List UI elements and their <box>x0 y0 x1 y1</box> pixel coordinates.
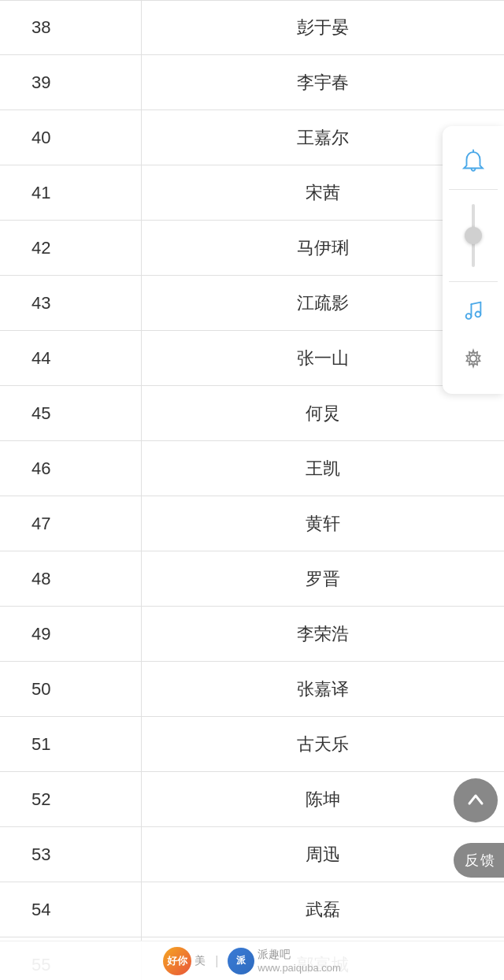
row-index: 50 <box>0 662 142 716</box>
pipe-divider: | <box>215 954 218 968</box>
row-index: 45 <box>0 386 142 440</box>
row-name: 彭于晏 <box>142 16 504 39</box>
row-index: 39 <box>0 55 142 110</box>
watermark-bar: 好你 美 | 派 派趣吧 www.paiquba.com <box>0 941 504 980</box>
table-row: 52陈坤 <box>0 772 504 827</box>
watermark-logo: 好你 美 <box>163 947 206 975</box>
feedback-label: 反馈 <box>465 852 496 868</box>
row-name: 黄轩 <box>142 512 504 536</box>
row-index: 48 <box>0 551 142 606</box>
row-name: 周迅 <box>142 843 504 867</box>
watermark-url: www.paiquba.com <box>258 962 341 974</box>
row-index: 47 <box>0 496 142 551</box>
music-icon[interactable] <box>443 285 504 334</box>
row-name: 李宇春 <box>142 71 504 95</box>
table-row: 44张一山 <box>0 331 504 386</box>
table-row: 42马伊琍 <box>0 221 504 276</box>
row-name: 罗晋 <box>142 567 504 591</box>
row-name: 张嘉译 <box>142 677 504 701</box>
row-name: 王凯 <box>142 457 504 481</box>
row-name: 李荣浩 <box>142 622 504 646</box>
svg-point-6 <box>470 355 477 362</box>
back-to-top-button[interactable] <box>454 778 498 822</box>
table-row: 46王凯 <box>0 441 504 496</box>
row-index: 46 <box>0 441 142 496</box>
table-row: 49李荣浩 <box>0 607 504 662</box>
row-index: 54 <box>0 882 142 937</box>
divider-1 <box>449 189 498 190</box>
svg-point-1 <box>466 314 472 319</box>
table-row: 43江疏影 <box>0 276 504 331</box>
table-row: 39李宇春 <box>0 55 504 110</box>
logo-text-beauty: 美 <box>195 954 206 968</box>
row-index: 41 <box>0 165 142 220</box>
divider-2 <box>449 281 498 282</box>
svg-line-5 <box>471 303 480 305</box>
scroll-thumb[interactable] <box>465 227 482 244</box>
row-name: 古天乐 <box>142 733 504 756</box>
settings-icon[interactable] <box>443 334 504 383</box>
table-row: 47黄轩 <box>0 496 504 551</box>
row-index: 43 <box>0 276 142 330</box>
row-index: 40 <box>0 110 142 165</box>
table-row: 40王嘉尔 <box>0 110 504 165</box>
side-panel <box>443 126 504 394</box>
scroll-track[interactable] <box>472 204 475 267</box>
row-index: 38 <box>0 1 142 54</box>
svg-point-2 <box>476 312 481 317</box>
table-row: 54武磊 <box>0 882 504 937</box>
pai-icon: 派 <box>228 948 254 974</box>
brand-name: 派趣吧 <box>258 948 341 962</box>
table-row: 50张嘉译 <box>0 662 504 717</box>
logo-circle: 好你 <box>163 947 191 975</box>
scroll-area[interactable] <box>443 193 504 278</box>
rankings-table: 38彭于晏39李宇春40王嘉尔41宋茜42马伊琍43江疏影44张一山45何炅46… <box>0 0 504 980</box>
row-index: 42 <box>0 221 142 275</box>
row-index: 53 <box>0 827 142 882</box>
table-row: 38彭于晏 <box>0 0 504 55</box>
table-row: 53周迅 <box>0 827 504 882</box>
table-row: 51古天乐 <box>0 717 504 772</box>
row-index: 52 <box>0 772 142 826</box>
bell-icon[interactable] <box>443 137 504 186</box>
row-name: 武磊 <box>142 898 504 922</box>
watermark-right: 派 派趣吧 www.paiquba.com <box>228 948 341 974</box>
table-row: 41宋茜 <box>0 165 504 221</box>
table-row: 48罗晋 <box>0 551 504 607</box>
row-name: 何炅 <box>142 402 504 425</box>
row-index: 51 <box>0 717 142 771</box>
feedback-button[interactable]: 反馈 <box>454 843 504 878</box>
row-name: 陈坤 <box>142 788 504 811</box>
row-index: 44 <box>0 331 142 385</box>
row-index: 49 <box>0 607 142 661</box>
table-row: 45何炅 <box>0 386 504 441</box>
